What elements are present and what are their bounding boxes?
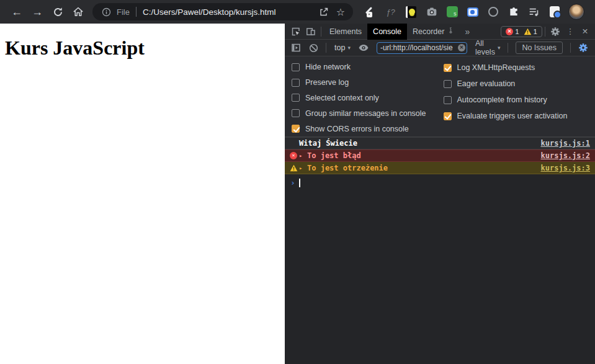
checkbox[interactable] <box>444 112 452 120</box>
extension-lightbulb-icon[interactable] <box>405 6 418 19</box>
console-message-error: ✕ ▸ To jest błąd kursjs.js:2 <box>285 149 595 162</box>
devtools-menu-icon[interactable]: ⋮ <box>563 24 578 39</box>
filter-clear-icon[interactable]: ✕ <box>458 44 465 51</box>
error-count: 1 <box>515 28 519 35</box>
checkbox[interactable] <box>292 109 300 117</box>
checkbox[interactable] <box>444 64 452 72</box>
tab-elements[interactable]: Elements <box>324 24 367 40</box>
extension-fx-icon[interactable]: ƒ? <box>384 6 397 19</box>
error-level-icon: ✕ <box>290 152 297 159</box>
extensions-puzzle-icon[interactable] <box>507 6 520 19</box>
console-toolbar: top ▾ ✕ All levels ▾ No Issues <box>285 40 595 56</box>
expand-arrow-icon[interactable]: ▸ <box>299 165 307 171</box>
setting-evaluate-triggers[interactable]: Evaluate triggers user activation <box>444 108 595 124</box>
bookmark-star-icon[interactable]: ☆ <box>334 6 347 18</box>
more-tabs-icon[interactable]: » <box>460 27 475 37</box>
message-text: Witaj Świecie <box>299 139 357 148</box>
setting-show-cors-errors[interactable]: Show CORS errors in console <box>292 121 444 136</box>
message-text: To jest otrzeżenie <box>307 164 388 172</box>
page-content: Kurs JavaScript <box>0 24 285 364</box>
extension-wand-icon[interactable] <box>364 6 377 19</box>
console-prompt[interactable]: › <box>285 174 595 188</box>
issues-counter[interactable]: ✕ 1 1 <box>501 26 542 37</box>
url-bar[interactable]: File C:/Users/Pawel/Desktop/kursjs.html … <box>92 3 353 20</box>
inspect-element-icon[interactable] <box>289 24 303 39</box>
console-settings-pane: Hide network Preserve log Selected conte… <box>285 56 595 137</box>
extension-recorder-icon[interactable] <box>466 6 479 19</box>
setting-selected-context-only[interactable]: Selected context only <box>292 91 444 106</box>
setting-log-xmlhttprequests[interactable]: Log XMLHttpRequests <box>444 60 595 76</box>
extension-playlist-icon[interactable] <box>527 6 540 19</box>
back-icon[interactable]: ← <box>9 4 25 20</box>
devtools-settings-icon[interactable] <box>548 24 563 39</box>
checkbox[interactable] <box>444 80 452 88</box>
filter-wrap: ✕ <box>377 42 467 54</box>
divider <box>326 43 326 53</box>
eye-icon[interactable] <box>356 40 371 55</box>
extension-icons: ƒ? s <box>364 6 561 19</box>
console-settings-icon[interactable] <box>576 40 591 55</box>
divider <box>545 27 545 37</box>
divider <box>321 27 321 37</box>
browser-toolbar: ← → File C:/Users/Pawel/Desktop/kursjs.h… <box>0 0 595 24</box>
extension-camera-icon[interactable] <box>425 6 438 19</box>
console-message-warning: ▸ To jest otrzeżenie kursjs.js:3 <box>285 162 595 174</box>
forward-icon[interactable]: → <box>29 4 45 20</box>
setting-hide-network[interactable]: Hide network <box>292 60 444 75</box>
page-title: Kurs JavaScript <box>5 37 285 60</box>
devtools-close-icon[interactable]: ✕ <box>578 24 593 39</box>
source-link[interactable]: kursjs.js:3 <box>541 164 590 172</box>
prompt-chevron-icon: › <box>290 178 299 187</box>
divider <box>508 43 508 53</box>
warning-badge-icon <box>524 28 532 35</box>
console-messages: Witaj Świecie kursjs.js:1 ✕ ▸ To jest bł… <box>285 137 595 188</box>
share-icon[interactable] <box>318 6 330 18</box>
warning-level-icon <box>290 164 299 172</box>
source-link[interactable]: kursjs.js:2 <box>541 151 590 160</box>
setting-group-similar[interactable]: Group similar messages in console <box>292 105 444 121</box>
no-issues-button[interactable]: No Issues <box>516 42 563 54</box>
checkbox[interactable] <box>292 79 300 87</box>
context-selector[interactable]: top ▾ <box>331 43 354 52</box>
home-icon[interactable] <box>70 4 86 20</box>
error-badge-icon: ✕ <box>506 28 513 35</box>
url-text[interactable]: C:/Users/Pawel/Desktop/kursjs.html <box>143 7 313 17</box>
checkbox[interactable] <box>292 94 300 102</box>
divider <box>570 43 571 53</box>
expand-arrow-icon[interactable]: ▸ <box>299 153 307 159</box>
chevron-down-icon: ▾ <box>498 45 501 51</box>
nav-icons: ← → <box>9 4 86 20</box>
setting-preserve-log[interactable]: Preserve log <box>292 75 444 91</box>
extension-page-icon[interactable] <box>548 6 561 19</box>
tab-console[interactable]: Console <box>367 24 407 40</box>
divider <box>136 7 136 17</box>
extension-green-icon[interactable]: s <box>445 6 459 19</box>
extension-ring-icon[interactable] <box>486 6 499 19</box>
chevron-down-icon: ▾ <box>347 45 351 51</box>
settings-column-right: Log XMLHttpRequests Eager evaluation Aut… <box>444 60 595 136</box>
clear-console-icon[interactable] <box>306 40 321 55</box>
console-message-info: Witaj Świecie kursjs.js:1 <box>285 137 595 149</box>
device-toolbar-icon[interactable] <box>303 24 318 39</box>
message-text: To jest błąd <box>307 151 361 160</box>
console-filter-input[interactable] <box>377 42 467 54</box>
warning-count: 1 <box>534 28 537 35</box>
site-info-icon[interactable] <box>100 6 112 18</box>
source-link[interactable]: kursjs.js:1 <box>541 139 590 148</box>
checkbox[interactable] <box>444 96 452 104</box>
setting-autocomplete-history[interactable]: Autocomplete from history <box>444 92 595 108</box>
devtools-tabbar: Elements Console Recorder » ✕ 1 1 <box>285 24 595 40</box>
recorder-experiment-icon <box>447 27 454 36</box>
browser-menu-icon[interactable]: ⋮ <box>589 4 595 20</box>
url-scheme-label: File <box>117 7 130 17</box>
reload-icon[interactable] <box>50 4 66 20</box>
console-sidebar-icon[interactable] <box>289 40 303 55</box>
checkbox[interactable] <box>292 125 300 133</box>
log-levels-selector[interactable]: All levels ▾ <box>473 39 503 56</box>
setting-eager-evaluation[interactable]: Eager evaluation <box>444 76 595 92</box>
tab-recorder[interactable]: Recorder <box>407 24 460 40</box>
checkbox[interactable] <box>292 63 300 71</box>
profile-avatar[interactable] <box>568 4 584 20</box>
settings-column-left: Hide network Preserve log Selected conte… <box>292 60 444 136</box>
devtools-panel: Elements Console Recorder » ✕ 1 1 <box>285 24 595 364</box>
